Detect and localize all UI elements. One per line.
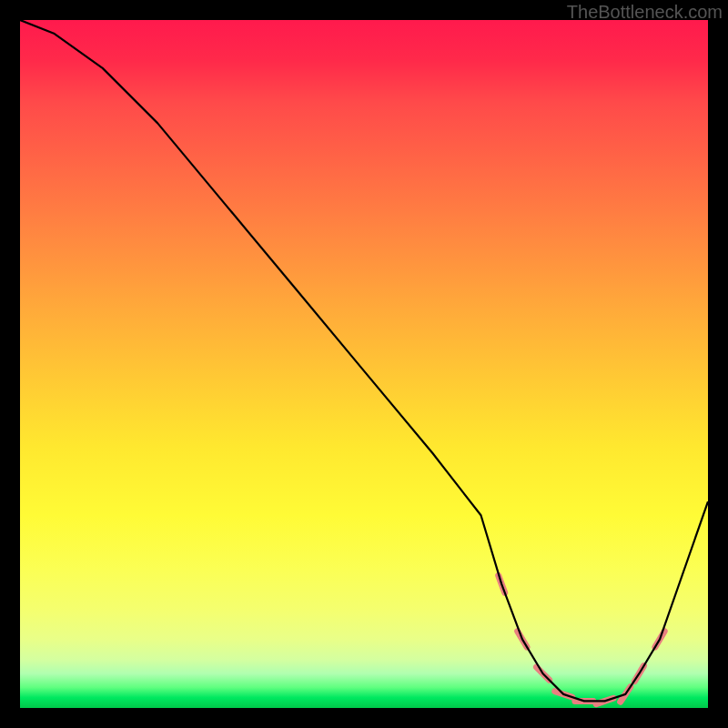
bottleneck-curve-path xyxy=(20,20,708,701)
curve-layer xyxy=(20,20,708,708)
bottleneck-chart xyxy=(20,20,708,708)
watermark-label: TheBottleneck.com xyxy=(567,2,723,23)
